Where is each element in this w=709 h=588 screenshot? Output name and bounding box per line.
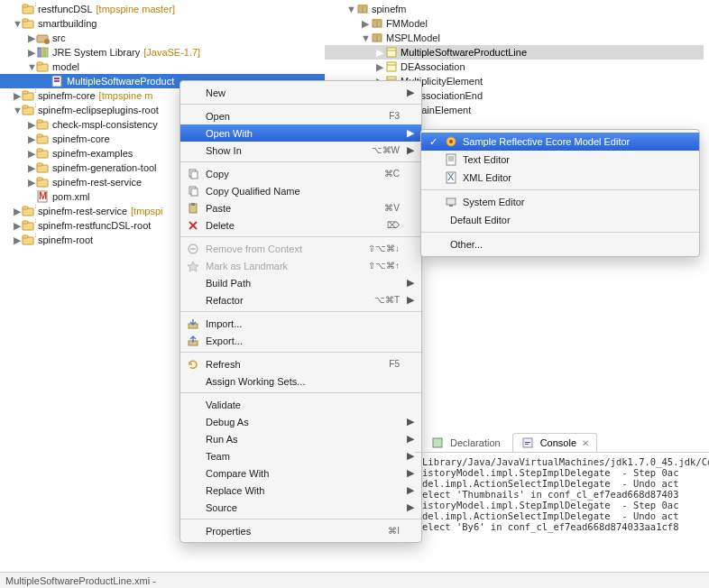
menu-item[interactable]: Show In ⌥⌘W ▶ xyxy=(180,142,421,159)
submenu-item[interactable]: Default Editor xyxy=(421,211,699,229)
tab-declaration-label: Declaration xyxy=(450,437,501,448)
expand-icon[interactable]: ▶ xyxy=(361,18,370,30)
expand-icon[interactable]: ▼ xyxy=(13,105,22,115)
outline-item[interactable]: ▼ spinefm xyxy=(325,2,704,16)
pkg xyxy=(355,2,370,16)
folder-open xyxy=(36,60,51,74)
tab-console[interactable]: Console ✕ xyxy=(512,433,597,452)
menu-item[interactable]: Source ▶ xyxy=(180,499,421,516)
submenu-arrow-icon: ▶ xyxy=(405,127,414,139)
tree-item[interactable]: ▼ model xyxy=(0,60,325,74)
tree-item-label: model xyxy=(52,61,79,72)
tree-item[interactable]: › restfuncDSL [tmpspine master] xyxy=(0,2,325,16)
expand-icon[interactable]: ▶ xyxy=(27,119,36,131)
expand-icon[interactable]: ▶ xyxy=(27,177,36,188)
open-with-submenu[interactable]: ✓ Sample Reflective Ecore Model Editor T… xyxy=(420,129,700,257)
delete-icon xyxy=(186,218,200,233)
menu-item[interactable]: Team ▶ xyxy=(180,447,421,464)
menu-item[interactable]: Compare With ▶ xyxy=(180,464,421,482)
menu-item[interactable]: Open With ▶ xyxy=(180,124,421,142)
menu-item[interactable]: Delete ⌦ xyxy=(180,216,421,234)
submenu-item[interactable]: Text Editor xyxy=(421,151,699,169)
menu-item[interactable]: Debug As ▶ xyxy=(180,413,421,430)
submenu-item[interactable]: X XML Editor xyxy=(421,169,699,187)
go-folder: › xyxy=(22,2,36,16)
menu-item[interactable]: Copy ⌘C xyxy=(180,165,421,182)
close-icon[interactable]: ✕ xyxy=(582,438,589,448)
tree-item-label: spinefm-examples xyxy=(52,148,133,159)
bottom-panel: Declaration Console ✕ Library/Java/JavaV… xyxy=(415,433,709,536)
tree-item-decoration: [tmpspi xyxy=(131,206,162,216)
ecore-icon xyxy=(445,135,457,148)
context-menu[interactable]: New ▶ Open F3 Open With ▶ Show In ⌥⌘W ▶ … xyxy=(180,80,422,543)
tree-item-label: spinefm-root xyxy=(38,234,93,245)
tab-declaration[interactable]: Declaration xyxy=(422,433,509,452)
outline-item[interactable]: ▶ DEAssociation xyxy=(325,60,704,74)
menu-item[interactable]: Open F3 xyxy=(180,107,421,124)
submenu-item[interactable]: ✓ Sample Reflective Ecore Model Editor xyxy=(421,133,699,151)
menu-item[interactable]: Refactor ⌥⌘T ▶ xyxy=(180,291,421,308)
blank-icon xyxy=(186,293,200,308)
submenu-arrow-icon: ▶ xyxy=(405,450,414,462)
outline-item[interactable]: ▶ MultipleSoftwareProductLine xyxy=(325,45,704,60)
menu-item[interactable]: Properties ⌘I xyxy=(180,522,421,539)
tree-item[interactable]: ▶ JRE System Library [JavaSE-1.7] xyxy=(0,45,325,60)
expand-icon[interactable]: ▶ xyxy=(27,162,36,174)
svg-rect-66 xyxy=(191,203,195,206)
menu-item[interactable]: Refresh F5 xyxy=(180,355,421,372)
menu-item[interactable]: Copy Qualified Name xyxy=(180,182,421,199)
expand-icon[interactable]: ▶ xyxy=(27,133,36,145)
expand-icon[interactable]: ▼ xyxy=(361,32,370,43)
tree-item-label: smartbuilding xyxy=(38,18,97,29)
system-icon xyxy=(445,196,457,208)
expand-icon[interactable]: ▼ xyxy=(346,4,355,14)
menu-item-label: Open xyxy=(206,111,383,122)
tree-item-decoration: [tmpspine master] xyxy=(97,4,175,14)
expand-icon[interactable]: ▶ xyxy=(375,61,384,73)
svg-text:›: › xyxy=(34,205,36,211)
menu-item[interactable]: Import... xyxy=(180,315,421,332)
menu-item[interactable]: Validate xyxy=(180,396,421,413)
svg-rect-86 xyxy=(525,442,530,443)
console-output[interactable]: Library/Java/JavaVirtualMachines/jdk1.7.… xyxy=(415,453,709,536)
tree-item[interactable]: ▼ smartbuilding xyxy=(0,16,325,31)
library xyxy=(36,45,51,60)
svg-rect-22 xyxy=(37,120,42,123)
menu-item[interactable]: Paste ⌘V xyxy=(180,199,421,216)
expand-icon[interactable]: ▶ xyxy=(13,234,22,246)
remove-context-icon xyxy=(186,242,200,256)
menu-shortcut: F5 xyxy=(389,359,400,369)
tree-item[interactable]: ▶ src xyxy=(0,31,325,45)
expand-icon[interactable]: ▶ xyxy=(27,148,36,160)
svg-rect-8 xyxy=(41,48,44,57)
menu-item[interactable]: Replace With ▶ xyxy=(180,482,421,499)
submenu-item[interactable]: Other... xyxy=(421,235,699,253)
expand-icon[interactable]: ▶ xyxy=(27,32,36,44)
menu-item[interactable]: Run As ▶ xyxy=(180,430,421,447)
expand-icon[interactable]: ▼ xyxy=(13,18,22,29)
outline-item[interactable]: ▶ FMModel xyxy=(325,16,704,31)
menu-item[interactable]: Export... xyxy=(180,332,421,349)
menu-shortcut: ⌘C xyxy=(384,169,400,179)
expand-icon[interactable]: ▶ xyxy=(27,47,36,59)
svg-text:›: › xyxy=(34,89,36,96)
blank-icon xyxy=(186,483,200,498)
expand-icon[interactable]: ▶ xyxy=(375,47,384,59)
menu-separator xyxy=(180,161,421,162)
menu-item-label: Mark as Landmark xyxy=(206,261,363,271)
tree-item-label: check-mspl-consistency xyxy=(52,119,158,130)
outline-item[interactable]: ▼ MSPLModel xyxy=(325,31,704,45)
svg-rect-9 xyxy=(45,48,48,57)
expand-icon[interactable]: ▶ xyxy=(13,90,22,102)
svg-rect-40 xyxy=(23,235,28,238)
tab-console-label: Console xyxy=(540,437,576,448)
menu-item[interactable]: Assign Working Sets... xyxy=(180,372,421,390)
submenu-item[interactable]: System Editor xyxy=(421,193,699,211)
bottom-tabs[interactable]: Declaration Console ✕ xyxy=(415,433,709,453)
expand-icon[interactable]: ▼ xyxy=(27,61,36,72)
expand-icon[interactable]: ▶ xyxy=(13,206,22,217)
menu-item[interactable]: New ▶ xyxy=(180,84,421,101)
menu-item[interactable]: Build Path ▶ xyxy=(180,274,421,291)
tree-item-label: JRE System Library xyxy=(52,47,140,58)
expand-icon[interactable]: ▶ xyxy=(13,220,22,232)
